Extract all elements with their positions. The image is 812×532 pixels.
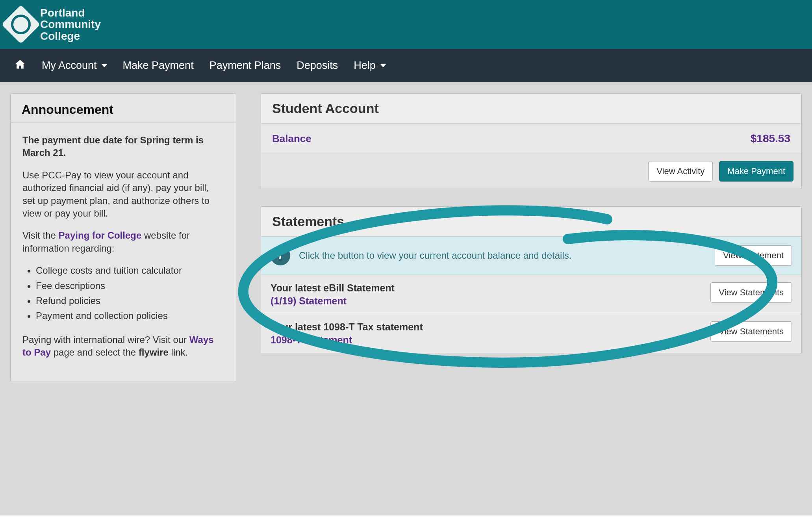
- brand-line2: Community: [40, 19, 101, 30]
- tax-row: Your latest 1098-T Tax statement 1098-T …: [261, 314, 801, 353]
- view-tax-statements-button[interactable]: View Statements: [710, 321, 792, 342]
- balance-row: Balance $185.53: [261, 124, 801, 154]
- brand-logo: Portland Community College: [7, 7, 101, 42]
- view-ebill-statements-button[interactable]: View Statements: [710, 282, 792, 303]
- ann-p3-prefix: Visit the: [22, 230, 59, 241]
- tax-text: Your latest 1098-T Tax statement 1098-T …: [271, 321, 423, 346]
- caret-down-icon: [380, 64, 386, 67]
- announcement-header: Announcement: [11, 94, 236, 123]
- brand-diamond-icon: [2, 5, 41, 44]
- balance-amount: $185.53: [751, 132, 790, 145]
- announcement-p2: Use PCC-Pay to view your account and aut…: [22, 169, 224, 220]
- balance-label: Balance: [272, 133, 311, 145]
- brand-line3: College: [40, 30, 101, 42]
- nav-my-account[interactable]: My Account: [42, 59, 107, 72]
- ann-list-d: Payment and collection policies: [36, 310, 224, 322]
- tax-title: Your latest 1098-T Tax statement: [271, 321, 423, 333]
- student-account-panel: Student Account Balance $185.53 View Act…: [261, 93, 802, 189]
- student-account-header: Student Account: [261, 94, 801, 124]
- nav-deposits[interactable]: Deposits: [297, 59, 338, 72]
- nav-help-label: Help: [354, 59, 376, 72]
- nav-help[interactable]: Help: [354, 59, 386, 72]
- ann-list-a: College costs and tuition calculator: [36, 264, 224, 277]
- home-icon: [14, 58, 26, 73]
- view-statement-button[interactable]: View Statement: [715, 245, 792, 266]
- ebill-text: Your latest eBill Statement (1/19) State…: [271, 282, 395, 307]
- info-icon: i: [271, 246, 290, 265]
- nav-make-payment[interactable]: Make Payment: [123, 59, 194, 72]
- ebill-title: Your latest eBill Statement: [271, 282, 395, 294]
- announcement-due-date: The payment due date for Spring term is …: [22, 134, 224, 159]
- nav-payment-plans[interactable]: Payment Plans: [209, 59, 281, 72]
- page-body: Announcement The payment due date for Sp…: [0, 82, 812, 515]
- paying-for-college-link[interactable]: Paying for College: [59, 230, 142, 241]
- statements-panel: Statements i Click the button to view yo…: [261, 206, 802, 353]
- col-left: Announcement The payment due date for Sp…: [10, 93, 236, 382]
- caret-down-icon: [102, 64, 107, 67]
- ann-p4-mid: page and select the: [51, 347, 139, 358]
- ebill-row: Your latest eBill Statement (1/19) State…: [261, 275, 801, 314]
- brand-line1: Portland: [40, 7, 101, 19]
- ann-p4-prefix: Paying with international wire? Visit ou…: [22, 334, 189, 345]
- announcement-p4: Paying with international wire? Visit ou…: [22, 334, 224, 359]
- tax-sub[interactable]: 1098-T Statement: [271, 334, 423, 346]
- view-activity-button[interactable]: View Activity: [648, 161, 713, 182]
- nav-my-account-label: My Account: [42, 59, 97, 72]
- make-payment-button[interactable]: Make Payment: [719, 161, 793, 182]
- ebill-sub[interactable]: (1/19) Statement: [271, 295, 395, 307]
- nav-home[interactable]: [14, 58, 26, 73]
- navbar: My Account Make Payment Payment Plans De…: [0, 49, 812, 82]
- statements-info-msg: Click the button to view your current ac…: [299, 249, 706, 262]
- ann-p4-suffix: link.: [169, 347, 188, 358]
- brand-text: Portland Community College: [40, 7, 101, 42]
- nav-make-payment-label: Make Payment: [123, 59, 194, 72]
- col-right: Student Account Balance $185.53 View Act…: [261, 93, 802, 353]
- announcement-p3: Visit the Paying for College website for…: [22, 229, 224, 255]
- announcement-panel: Announcement The payment due date for Sp…: [10, 93, 236, 382]
- flywire-strong: flywire: [139, 347, 169, 358]
- brand-header: Portland Community College: [0, 0, 812, 49]
- statements-header: Statements: [261, 207, 801, 237]
- ann-list-b: Fee descriptions: [36, 280, 224, 292]
- statements-info-banner: i Click the button to view your current …: [261, 237, 801, 275]
- announcement-list: College costs and tuition calculator Fee…: [36, 264, 224, 323]
- nav-deposits-label: Deposits: [297, 59, 338, 72]
- student-account-actions: View Activity Make Payment: [261, 154, 801, 189]
- announcement-body: The payment due date for Spring term is …: [11, 123, 236, 382]
- nav-payment-plans-label: Payment Plans: [209, 59, 281, 72]
- ann-list-c: Refund policies: [36, 295, 224, 307]
